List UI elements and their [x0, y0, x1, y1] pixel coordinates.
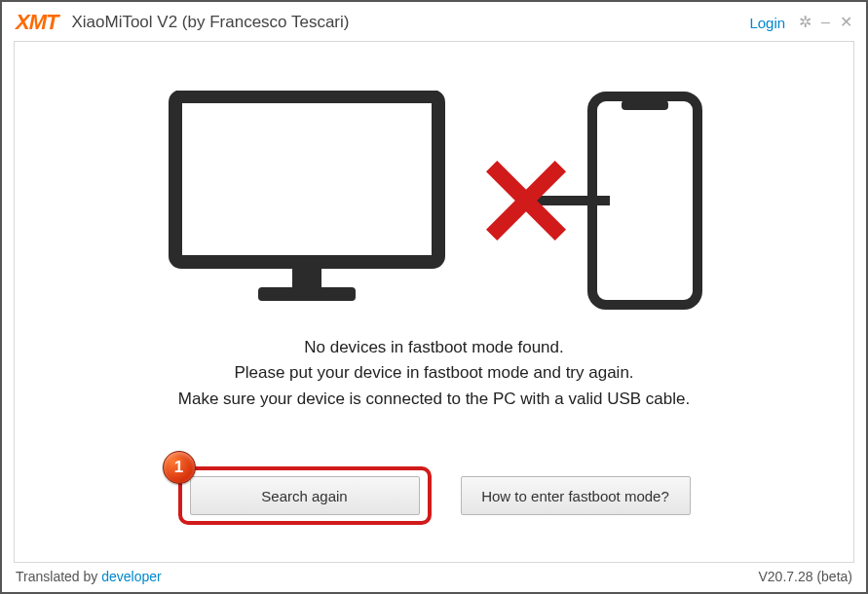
how-to-fastboot-button[interactable]: How to enter fastboot mode? [461, 476, 691, 515]
app-logo: XMT [16, 10, 57, 35]
svg-rect-4 [622, 100, 668, 110]
red-cross-icon [486, 161, 566, 241]
message-line-3: Make sure your device is connected to th… [178, 387, 690, 412]
app-title: XiaoMiTool V2 (by Francesco Tescari) [71, 13, 749, 32]
titlebar: XMT XiaoMiTool V2 (by Francesco Tescari)… [2, 2, 866, 41]
message-line-2: Please put your device in fastboot mode … [178, 360, 690, 386]
connection-cross [468, 157, 585, 244]
svg-rect-2 [258, 287, 356, 301]
annotation-highlight: 1 Search again [178, 466, 432, 525]
gear-icon[interactable]: ✲ [799, 15, 811, 30]
app-window: XMT XiaoMiTool V2 (by Francesco Tescari)… [0, 0, 868, 594]
close-icon[interactable]: ✕ [840, 15, 852, 30]
connection-graphic [166, 91, 703, 310]
main-panel: No devices in fastboot mode found. Pleas… [14, 41, 854, 563]
annotation-badge: 1 [163, 451, 196, 484]
developer-link[interactable]: developer [101, 569, 162, 584]
login-link[interactable]: Login [749, 15, 785, 31]
version-label: V20.7.28 (beta) [758, 569, 852, 584]
search-again-button[interactable]: Search again [190, 476, 420, 515]
message-line-1: No devices in fastboot mode found. [178, 335, 690, 360]
minimize-icon[interactable]: – [821, 15, 830, 30]
translated-by: Translated by developer [16, 569, 162, 584]
svg-rect-1 [292, 262, 321, 287]
footer: Translated by developer V20.7.28 (beta) [2, 563, 866, 592]
translated-by-label: Translated by [16, 569, 101, 584]
svg-rect-0 [175, 96, 438, 262]
window-controls: ✲ – ✕ [799, 15, 852, 30]
status-message: No devices in fastboot mode found. Pleas… [178, 335, 690, 412]
action-buttons: 1 Search again How to enter fastboot mod… [178, 466, 691, 525]
monitor-icon [166, 91, 448, 310]
